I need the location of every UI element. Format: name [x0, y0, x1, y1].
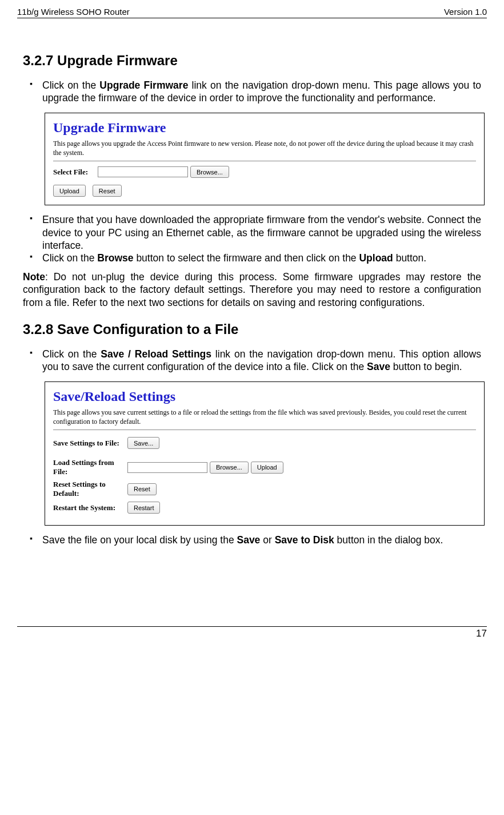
- restart-button[interactable]: Restart: [127, 502, 160, 514]
- s327-p1: Click on the Upgrade Firmware link on th…: [42, 79, 481, 105]
- select-file-label: Select File:: [53, 168, 98, 177]
- select-file-input[interactable]: [98, 166, 188, 177]
- shot2-title: Save/Reload Settings: [53, 389, 476, 404]
- page-number: 17: [476, 628, 487, 639]
- shot1-title: Upgrade Firmware: [53, 120, 476, 136]
- upgrade-firmware-screenshot: Upgrade Firmware This page allows you up…: [45, 113, 485, 205]
- save-settings-label: Save Settings to File:: [53, 439, 127, 448]
- header-left: 11b/g Wireless SOHO Router: [17, 7, 130, 17]
- s327-note: Note: Do not un-plug the device during t…: [23, 271, 481, 309]
- save-reload-screenshot: Save/Reload Settings This page allows yo…: [45, 381, 485, 526]
- load-settings-input[interactable]: [127, 462, 207, 473]
- save-settings-button[interactable]: Save...: [127, 437, 159, 449]
- browse-button[interactable]: Browse...: [190, 166, 229, 178]
- s328-p2: Save the file on your local disk by usin…: [42, 534, 481, 546]
- upload-button[interactable]: Upload: [53, 185, 86, 197]
- load-settings-label: Load Settings from File:: [53, 458, 127, 476]
- shot2-divider: [53, 430, 476, 430]
- s327-p3: Click on the Browse button to select the…: [42, 252, 481, 264]
- load-upload-button[interactable]: Upload: [251, 462, 283, 474]
- s328-p1: Click on the Save / Reload Settings link…: [42, 348, 481, 373]
- page-footer: 17: [17, 626, 487, 639]
- shot2-desc: This page allows you save current settin…: [53, 408, 476, 426]
- reset-default-button[interactable]: Reset: [127, 483, 157, 495]
- reset-button[interactable]: Reset: [93, 185, 122, 197]
- header-right: Version 1.0: [444, 7, 487, 17]
- doc-header: 11b/g Wireless SOHO Router Version 1.0: [17, 7, 487, 18]
- s327-p2: Ensure that you have downloaded the appr…: [42, 213, 481, 252]
- section-328-title: 3.2.8 Save Configuration to a File: [23, 321, 481, 337]
- upgrade-firmware-link-text: Upgrade Firmware: [99, 79, 188, 91]
- shot1-divider: [53, 161, 476, 161]
- section-327-title: 3.2.7 Upgrade Firmware: [23, 53, 481, 69]
- restart-system-label: Restart the System:: [53, 503, 127, 512]
- load-browse-button[interactable]: Browse...: [210, 462, 249, 474]
- shot1-desc: This page allows you upgrade the Access …: [53, 139, 476, 157]
- reset-default-label: Reset Settings to Default:: [53, 480, 127, 498]
